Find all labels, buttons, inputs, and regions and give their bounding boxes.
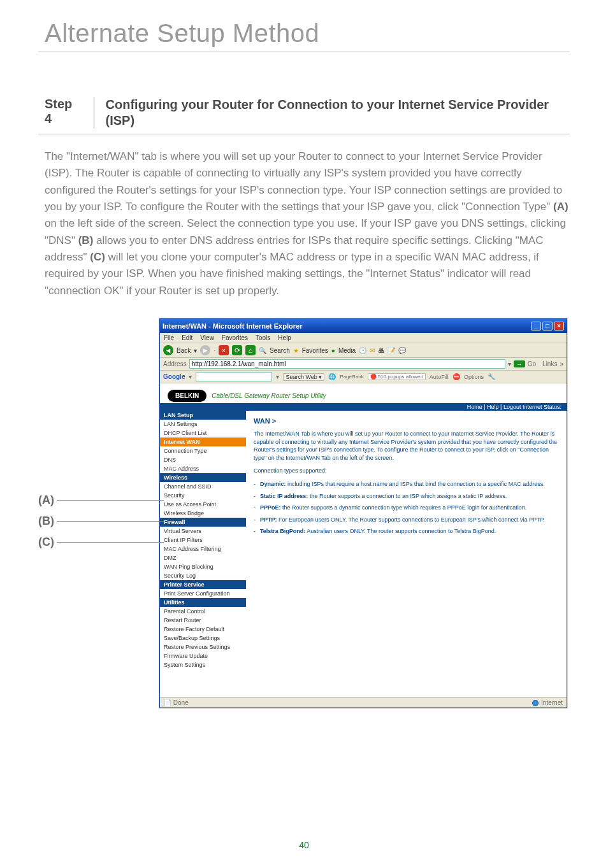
sidebar-lan-setup[interactable]: LAN Setup [160,411,246,420]
google-search-input[interactable] [196,372,272,381]
sidebar-wireless[interactable]: Wireless [160,473,246,482]
sidebar-mac-address[interactable]: MAC Address [160,464,246,473]
search-label[interactable]: Search [270,347,290,354]
callout-c-line [57,542,164,543]
popup-blocker[interactable]: 🛑510 popups allowed [368,373,426,380]
home-icon[interactable]: ⌂ [245,345,256,355]
sidebar-dmz[interactable]: DMZ [160,553,246,562]
router-body: LAN Setup LAN Settings DHCP Client List … [160,411,567,697]
sidebar-client-ip-filters[interactable]: Client IP Filters [160,536,246,544]
list-item: Telstra BigPond: Australian users ONLY. … [254,527,559,536]
toolbar-divider: · [214,347,215,354]
google-logo[interactable]: Google [163,373,185,380]
back-label[interactable]: Back [177,347,191,354]
menu-view[interactable]: View [200,334,214,341]
sidebar-print-server-config[interactable]: Print Server Configuration [160,589,246,598]
address-dropdown-icon[interactable]: ▾ [508,360,511,367]
menu-favorites[interactable]: Favorites [222,334,248,341]
links-chevron-icon[interactable]: » [560,360,563,367]
favorites-icon[interactable]: ★ [293,347,299,354]
back-icon[interactable]: ◄ [163,345,173,355]
address-input[interactable] [189,359,505,369]
options-icon[interactable]: 🔧 [488,373,495,380]
address-label: Address [163,360,187,367]
router-tagline: Cable/DSL Gateway Router Setup Utility [212,392,326,399]
stop-icon[interactable]: × [219,345,229,355]
go-button[interactable]: → [514,360,525,367]
callout-b: (B) [38,515,164,528]
security-zone: Internet [532,699,563,706]
list-item: Dynamic: including ISPs that require a h… [254,480,559,488]
router-content: WAN > The Internet/WAN Tab is where you … [246,411,567,697]
google-search-button[interactable]: Search Web ▾ [283,373,324,381]
sidebar-parental-control[interactable]: Parental Control [160,607,246,616]
edit-icon[interactable]: 📝 [387,347,395,354]
title-separator [38,52,570,52]
favorites-label[interactable]: Favorites [302,347,328,354]
list-item: Static IP address: the Router supports a… [254,492,559,501]
step-label: Step 4 [45,97,94,129]
discuss-icon[interactable]: 💬 [398,347,406,354]
router-header: BELKIN Cable/DSL Gateway Router Setup Ut… [160,388,567,403]
sidebar-mac-filtering[interactable]: MAC Address Filtering [160,544,246,553]
search-icon[interactable]: 🔍 [259,347,266,354]
sidebar-restart-router[interactable]: Restart Router [160,616,246,625]
sidebar-connection-type[interactable]: Connection Type [160,446,246,455]
step-divider [94,97,94,129]
sidebar-save-backup[interactable]: Save/Backup Settings [160,634,246,643]
callout-b-text: (B) [38,515,54,528]
sidebar-utilities[interactable]: Utilities [160,598,246,607]
sidebar-printer-service[interactable]: Printer Service [160,580,246,589]
callout-c-text: (C) [38,536,54,549]
router-ui: BELKIN Cable/DSL Gateway Router Setup Ut… [160,383,567,697]
sidebar-restore-previous[interactable]: Restore Previous Settings [160,643,246,651]
sidebar-use-ap[interactable]: Use as Access Point [160,500,246,509]
google-news-icon[interactable]: 🌐 [328,373,336,380]
sidebar-lan-settings[interactable]: LAN Settings [160,420,246,429]
sidebar-security[interactable]: Security [160,491,246,500]
menu-edit[interactable]: Edit [182,334,192,341]
sidebar-firmware-update[interactable]: Firmware Update [160,651,246,660]
window-maximize-button[interactable]: □ [542,322,553,331]
sidebar-security-log[interactable]: Security Log [160,571,246,580]
router-nav-strip[interactable]: Home | Help | Logout Internet Status: [160,403,567,411]
autofill-button[interactable]: AutoFill [430,374,449,380]
sidebar-internet-wan[interactable]: Internet WAN [160,438,246,446]
menu-file[interactable]: File [164,334,174,341]
forward-icon[interactable]: ► [200,345,210,355]
sidebar-system-settings[interactable]: System Settings [160,660,246,669]
go-label[interactable]: Go [528,360,536,367]
callout-labels: (A) (B) (C) [38,494,164,549]
google-dropdown-icon[interactable]: ▾ [189,373,192,380]
sidebar-firewall[interactable]: Firewall [160,518,246,527]
sidebar-restore-factory[interactable]: Restore Factory Default [160,625,246,634]
menu-help[interactable]: Help [278,334,291,341]
media-label[interactable]: Media [338,347,356,354]
links-label[interactable]: Links [542,360,557,367]
sidebar-wireless-bridge[interactable]: Wireless Bridge [160,509,246,518]
callout-c-inline: (C) [90,251,105,263]
options-button[interactable]: Options [464,374,484,380]
body-part-4: will let you clone your computer's MAC a… [45,251,539,297]
sidebar-virtual-servers[interactable]: Virtual Servers [160,527,246,536]
menu-tools[interactable]: Tools [256,334,270,341]
callout-a: (A) [38,494,164,507]
body-paragraph: The "Internet/WAN" tab is where you will… [45,148,570,299]
done-icon: 📄 [164,699,171,706]
history-icon[interactable]: 🕑 [359,347,366,354]
sidebar-channel-ssid[interactable]: Channel and SSID [160,482,246,491]
mail-icon[interactable]: ✉ [370,347,375,354]
window-close-button[interactable]: × [554,322,564,331]
sidebar-dns[interactable]: DNS [160,455,246,464]
refresh-icon[interactable]: ⟳ [232,345,242,355]
google-search-dropdown-icon[interactable]: ▾ [276,373,279,380]
figure-wrapper: (A) (B) (C) Internet/WAN - Microsoft Int… [45,318,570,708]
print-icon[interactable]: 🖶 [378,347,384,354]
sidebar-dhcp[interactable]: DHCP Client List [160,429,246,438]
window-minimize-button[interactable]: _ [531,322,541,331]
media-icon[interactable]: ● [331,347,335,354]
router-sidebar: LAN Setup LAN Settings DHCP Client List … [160,411,246,697]
sidebar-wan-ping[interactable]: WAN Ping Blocking [160,562,246,571]
toolbar: ◄ Back ▾ ► · × ⟳ ⌂ 🔍Search ★Favorites ●M… [160,343,567,358]
back-dropdown-icon[interactable]: ▾ [194,347,197,354]
